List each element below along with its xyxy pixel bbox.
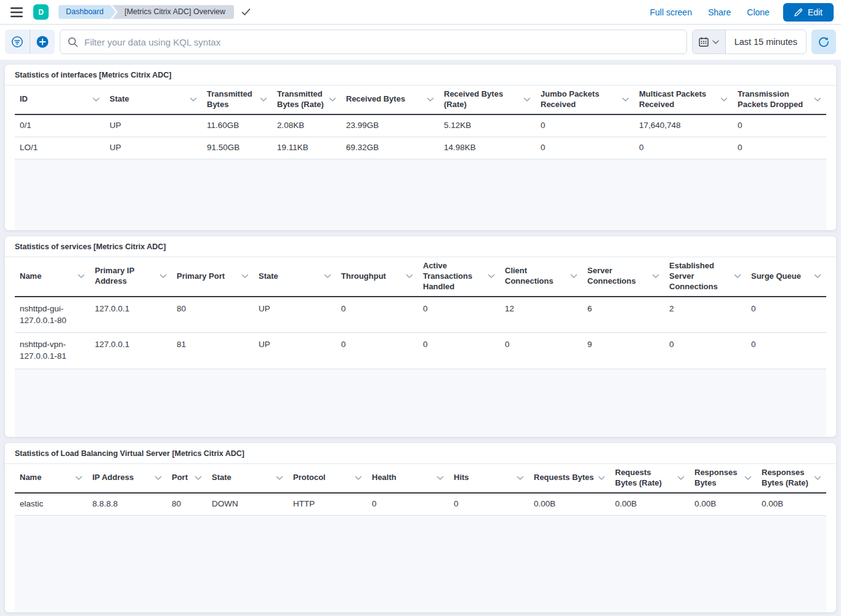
chevron-down-icon[interactable] — [190, 97, 197, 102]
panel-title[interactable]: Statistics of Load Balancing Virtual Ser… — [5, 443, 836, 464]
column-header-label: Received Bytes — [346, 94, 405, 105]
table-row: 0/1UP11.60GB2.08KB23.99GB5.12KB017,640,7… — [15, 115, 826, 137]
panel-title[interactable]: Statistics of services [Metrics Citrix A… — [5, 236, 836, 257]
refresh-button[interactable] — [811, 30, 836, 54]
chevron-down-icon[interactable] — [570, 274, 577, 279]
column-header-label: Protocol — [293, 473, 326, 483]
chevron-down-icon[interactable] — [622, 97, 629, 102]
chevron-down-icon[interactable] — [159, 274, 167, 279]
space-avatar[interactable]: D — [33, 4, 49, 20]
chevron-down-icon[interactable] — [155, 476, 162, 481]
calendar-icon — [699, 37, 709, 47]
menu-button[interactable] — [6, 2, 27, 23]
chevron-down-icon[interactable] — [814, 97, 821, 102]
chevron-down-icon[interactable] — [598, 476, 605, 481]
column-header-requests-bytes[interactable]: Requests Bytes — [529, 464, 610, 492]
table-cell: 23.99GB — [341, 115, 439, 137]
column-header-ip-address[interactable]: IP Address — [87, 464, 167, 492]
breadcrumb: Dashboard [Metrics Citrix ADC] Overview — [58, 5, 234, 19]
column-header-received-bytes[interactable]: Received Bytes — [341, 86, 439, 114]
chevron-down-icon[interactable] — [652, 274, 659, 279]
chevron-down-icon[interactable] — [488, 274, 495, 279]
chevron-down-icon[interactable] — [744, 476, 752, 481]
column-header-primary-port[interactable]: Primary Port — [172, 257, 254, 296]
clone-link[interactable]: Clone — [747, 7, 770, 17]
column-header-state[interactable]: State — [254, 257, 336, 296]
table-cell: 127.0.0.1 — [90, 297, 172, 333]
panel-statistics-of-lb-virtual-server: Statistics of Load Balancing Virtual Ser… — [5, 443, 836, 612]
edit-button[interactable]: Edit — [783, 3, 834, 22]
column-header-state[interactable]: State — [207, 464, 288, 492]
column-header-port[interactable]: Port — [167, 464, 207, 492]
column-header-protocol[interactable]: Protocol — [288, 464, 367, 492]
column-header-multicast-packets-received[interactable]: Multicast Packets Received — [634, 86, 733, 114]
table-cell: 14.98KB — [439, 137, 536, 159]
table-cell: 91.50GB — [202, 137, 272, 159]
column-header-label: Surge Queue — [751, 271, 801, 282]
full-screen-link[interactable]: Full screen — [650, 7, 691, 17]
chevron-down-icon[interactable] — [814, 274, 821, 279]
kql-search-input[interactable] — [84, 37, 679, 47]
column-header-throughput[interactable]: Throughput — [336, 257, 418, 296]
chevron-down-icon[interactable] — [720, 97, 728, 102]
hamburger-icon — [10, 7, 23, 17]
column-header-label: Name — [20, 271, 41, 282]
column-header-state[interactable]: State — [105, 86, 202, 114]
table-cell: 9 — [582, 333, 664, 369]
column-header-health[interactable]: Health — [367, 464, 449, 492]
column-header-label: Transmitted Bytes — [207, 89, 257, 110]
breadcrumb-current-page[interactable]: [Metrics Citrix ADC] Overview — [112, 5, 234, 19]
panel-title[interactable]: Statistics of interfaces [Metrics Citrix… — [5, 65, 836, 86]
chevron-down-icon[interactable] — [523, 97, 531, 102]
chevron-down-icon[interactable] — [427, 97, 434, 102]
table-cell: 12 — [500, 297, 582, 333]
chevron-down-icon[interactable] — [355, 476, 362, 481]
table-header-row: NameIP AddressPortStateProtocolHealthHit… — [15, 464, 826, 494]
column-header-primary-ip-address[interactable]: Primary IP Address — [90, 257, 172, 296]
chevron-down-icon[interactable] — [406, 274, 413, 279]
chevron-down-icon[interactable] — [195, 476, 202, 481]
column-header-name[interactable]: Name — [15, 464, 87, 492]
chevron-down-icon[interactable] — [276, 476, 283, 481]
column-header-established-server-connections[interactable]: Established Server Connections — [664, 257, 746, 296]
share-link[interactable]: Share — [708, 7, 731, 17]
chevron-down-icon[interactable] — [734, 274, 741, 279]
chevron-down-icon[interactable] — [517, 476, 524, 481]
column-header-responses-bytes[interactable]: Responses Bytes — [690, 464, 757, 492]
chevron-down-icon[interactable] — [78, 274, 85, 279]
column-header-server-connections[interactable]: Server Connections — [582, 257, 664, 296]
column-header-hits[interactable]: Hits — [449, 464, 529, 492]
chevron-down-icon[interactable] — [75, 476, 82, 481]
table-cell: 0 — [536, 115, 634, 137]
column-header-active-transactions-handled[interactable]: Active Transactions Handled — [418, 257, 500, 296]
column-header-received-bytes-rate[interactable]: Received Bytes (Rate) — [439, 86, 536, 114]
column-header-label: Requests Bytes — [534, 473, 594, 483]
chevron-down-icon[interactable] — [324, 274, 331, 279]
column-header-name[interactable]: Name — [15, 257, 90, 296]
column-header-transmitted-bytes[interactable]: Transmitted Bytes — [202, 86, 272, 114]
column-header-client-connections[interactable]: Client Connections — [500, 257, 582, 296]
column-header-jumbo-packets-received[interactable]: Jumbo Packets Received — [536, 86, 634, 114]
time-picker-quick-menu[interactable] — [693, 30, 726, 54]
column-header-label: ID — [20, 94, 28, 105]
column-header-transmitted-bytes-rate[interactable]: Transmitted Bytes (Rate) — [272, 86, 341, 114]
chevron-down-icon[interactable] — [329, 97, 336, 102]
column-header-transmission-packets-dropped[interactable]: Transmission Packets Dropped — [733, 86, 826, 114]
chevron-down-icon[interactable] — [677, 476, 685, 481]
chevron-down-icon[interactable] — [814, 476, 821, 481]
chevron-down-icon[interactable] — [92, 97, 100, 102]
chevron-down-icon[interactable] — [260, 97, 267, 102]
column-header-requests-bytes-rate[interactable]: Requests Bytes (Rate) — [610, 464, 690, 492]
column-header-surge-queue[interactable]: Surge Queue — [746, 257, 826, 296]
column-header-responses-bytes-rate[interactable]: Responses Bytes (Rate) — [757, 464, 826, 492]
table-cell: 0 — [746, 333, 826, 369]
chevron-down-icon[interactable] — [241, 274, 249, 279]
add-filter-button[interactable] — [30, 30, 55, 54]
column-header-label: State — [259, 271, 278, 282]
time-range-value[interactable]: Last 15 minutes — [726, 30, 806, 54]
saved-filters-button[interactable] — [5, 30, 30, 54]
column-header-id[interactable]: ID — [15, 86, 105, 114]
table-cell: HTTP — [288, 494, 367, 515]
breadcrumb-dashboard[interactable]: Dashboard — [58, 5, 116, 19]
chevron-down-icon[interactable] — [437, 476, 444, 481]
